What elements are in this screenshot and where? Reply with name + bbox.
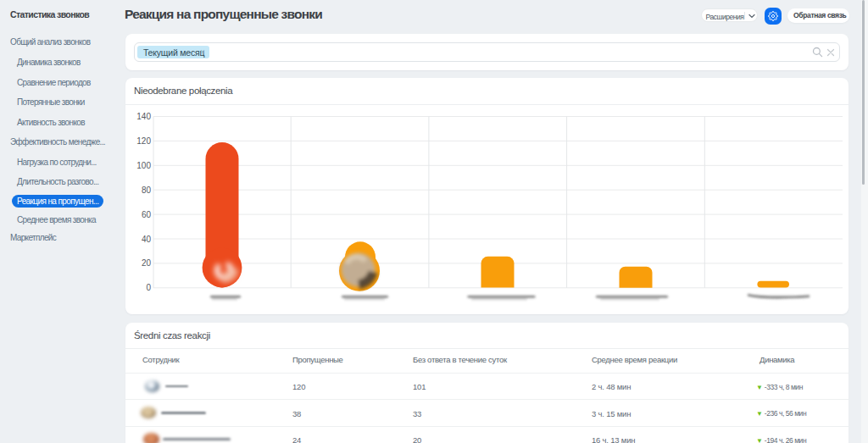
svg-text:120: 120 [136,136,151,146]
svg-text:0: 0 [146,283,151,292]
svg-text:20: 20 [142,258,152,268]
svg-text:100: 100 [136,161,151,170]
svg-text:80: 80 [142,186,152,195]
svg-text:140: 140 [136,112,151,121]
svg-text:40: 40 [142,235,152,244]
svg-text:60: 60 [142,210,152,219]
